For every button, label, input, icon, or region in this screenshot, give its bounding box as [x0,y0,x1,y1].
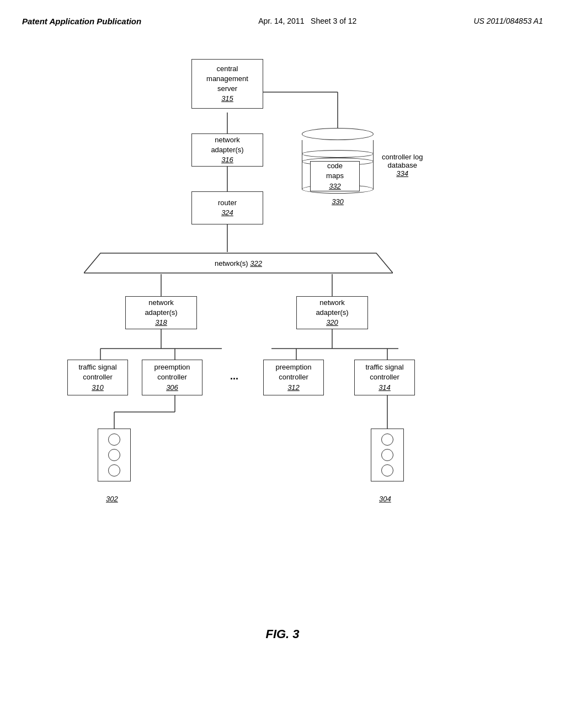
page: Patent Application Publication Apr. 14, … [0,0,565,728]
network-adapter-320-box: networkadapter(s) 320 [296,296,368,329]
traffic-light-302-ref: 302 [106,495,118,503]
traffic-circle-4 [381,433,393,446]
traffic-light-304 [371,429,404,481]
networks-322-wrapper: network(s) 322 [84,252,393,274]
controller-log-label: controller logdatabase [382,153,423,169]
db-330-label: 330 [302,197,374,206]
header-left: Patent Application Publication [22,17,141,26]
traffic-signal-310-box: traffic signalcontroller 310 [67,360,128,395]
code-maps-box: codemaps 332 [310,161,360,191]
ellipsis: ... [230,371,238,382]
header-center: Apr. 14, 2011 Sheet 3 of 12 [258,17,356,25]
figure-caption-text: FIG. 3 [265,627,299,641]
network-adapter-320-ref: 320 [326,318,338,328]
figure-caption: FIG. 3 [22,627,543,641]
traffic-circle-6 [381,464,393,477]
network-adapter-316-box: networkadapter(s) 316 [191,133,263,167]
network-adapter-320-label: networkadapter(s) [316,298,348,318]
connector-lines [34,42,531,622]
networks-322-text: network(s) 322 [215,259,262,267]
traffic-signal-314-box: traffic signalcontroller 314 [354,360,415,395]
cylinder-line1 [302,150,374,158]
preemption-312-label: preemptioncontroller [275,362,311,382]
preemption-312-ref: 312 [287,383,300,393]
preemption-306-ref: 306 [166,383,178,393]
traffic-signal-310-label: traffic signalcontroller [78,362,116,382]
router-324-label: router [218,198,237,208]
network-adapter-316-ref: 316 [221,155,233,165]
traffic-light-302-ref-container: 302 [106,495,118,503]
central-server-ref: 315 [221,94,233,104]
code-maps-ref: 332 [329,181,341,191]
preemption-306-label: preemptioncontroller [154,362,190,382]
publication-title: Patent Application Publication [22,17,141,26]
patent-number: US 2011/084853 A1 [473,17,543,25]
central-server-label: centralmanagementserver [206,64,248,94]
preemption-306-box: preemptioncontroller 306 [142,360,202,395]
network-adapter-316-label: networkadapter(s) [211,135,243,155]
traffic-circle-5 [381,449,393,461]
diagram: centralmanagementserver 315 networkadapt… [34,42,531,622]
network-adapter-318-ref: 318 [155,318,167,328]
ellipsis-text: ... [230,371,238,382]
cylinder-top [302,128,374,140]
sheet-info: Sheet 3 of 12 [311,17,356,25]
pub-date: Apr. 14, 2011 [258,17,304,25]
traffic-circle-3 [108,464,120,477]
central-server-box: centralmanagementserver 315 [191,59,263,109]
network-adapter-318-box: networkadapter(s) 318 [125,296,197,329]
networks-322-label: network(s) [215,259,250,267]
router-324-box: router 324 [191,191,263,224]
traffic-light-302 [98,429,131,481]
preemption-312-box: preemptioncontroller 312 [263,360,324,395]
router-324-ref: 324 [221,208,233,218]
network-adapter-318-label: networkadapter(s) [145,298,177,318]
header: Patent Application Publication Apr. 14, … [22,11,543,31]
traffic-circle-1 [108,433,120,446]
traffic-signal-314-ref: 314 [379,383,391,393]
db-330-ref: 330 [332,197,344,206]
controller-log-ref: 334 [396,169,408,178]
controller-log-container: controller logdatabase 334 [382,153,423,178]
networks-322-ref: 322 [250,259,262,267]
traffic-light-304-ref-container: 304 [379,495,391,503]
traffic-signal-314-label: traffic signalcontroller [365,362,403,382]
traffic-light-304-ref: 304 [379,495,391,503]
traffic-circle-2 [108,449,120,461]
traffic-signal-310-ref: 310 [92,383,104,393]
header-right: US 2011/084853 A1 [473,17,543,25]
code-maps-label: codemaps [326,161,344,181]
